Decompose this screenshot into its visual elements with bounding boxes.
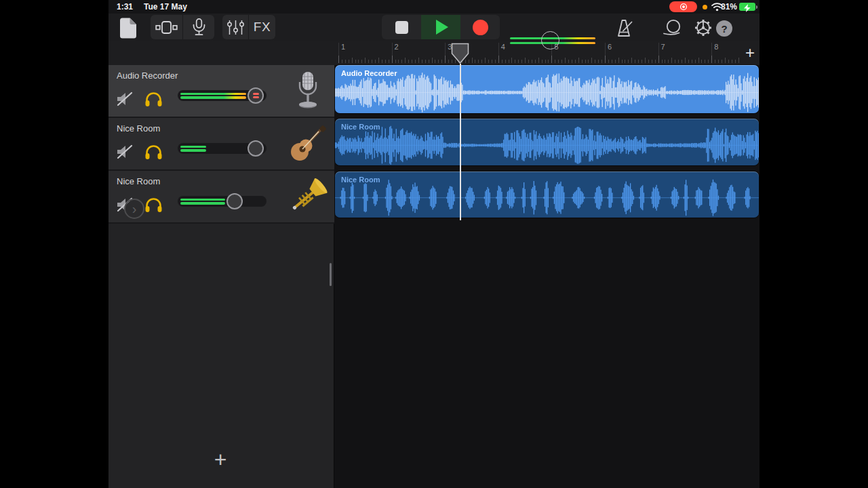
ruler-tick [572, 60, 572, 63]
ruler-tick [725, 58, 726, 63]
region-label: Audio Recorder [341, 69, 397, 77]
ruler-tick [565, 58, 566, 63]
ruler-tick [495, 60, 496, 63]
ruler-tick [528, 60, 529, 63]
track-header-nice-room-trumpet[interactable]: Nice Room › [108, 171, 334, 224]
ruler-tick [548, 60, 549, 63]
bar-number: 8 [714, 43, 718, 51]
microphone-input-icon [193, 18, 205, 36]
ruler-tick [705, 60, 705, 63]
master-volume-knob[interactable] [541, 31, 559, 49]
vertical-scrollbar[interactable] [330, 263, 332, 286]
ruler-add-bars-button[interactable]: + [741, 41, 759, 65]
region-audio-recorder[interactable]: Audio Recorder [335, 65, 759, 113]
track-volume-slider[interactable] [178, 140, 267, 157]
region-nice-room-2[interactable]: Nice Room [335, 171, 759, 218]
instrument-input-button[interactable] [183, 15, 214, 39]
volume-knob[interactable] [226, 193, 243, 209]
ruler-tick [398, 60, 399, 63]
level-meter [180, 96, 246, 99]
my-songs-document-button[interactable] [117, 16, 140, 39]
ruler-tick [622, 60, 623, 63]
track-header-nice-room-guitar[interactable]: Nice Room [108, 118, 334, 171]
level-meter [180, 202, 225, 205]
ruler-tick [481, 60, 482, 63]
ruler-tick [502, 60, 502, 63]
add-track-button[interactable]: + [208, 447, 233, 472]
solo-headphones-button[interactable] [141, 140, 165, 164]
ruler-tick [542, 60, 542, 63]
solo-headphones-button[interactable] [141, 87, 165, 111]
stop-icon [395, 21, 408, 34]
ruler-tick [422, 60, 422, 63]
settings-button[interactable] [691, 16, 715, 39]
play-icon [436, 20, 448, 35]
mute-button[interactable] [113, 87, 137, 111]
ruler-tick [612, 60, 612, 63]
volume-knob[interactable] [248, 87, 264, 104]
track-instrument-icon-well[interactable] [281, 118, 334, 169]
ruler-tick [492, 60, 492, 63]
ruler-tick [511, 58, 512, 63]
play-button[interactable] [421, 15, 460, 39]
track-header-sidebar: Audio Recorder [108, 41, 334, 488]
ruler-tick [568, 60, 569, 63]
mute-button[interactable] [113, 140, 137, 164]
region-nice-room-1[interactable]: Nice Room [335, 119, 759, 165]
ruler-tick [365, 58, 366, 63]
ruler-tick [561, 60, 562, 63]
stop-button[interactable] [382, 15, 421, 39]
ruler-tick [688, 60, 689, 63]
master-volume-slider[interactable] [510, 28, 595, 53]
volume-knob[interactable] [248, 140, 264, 157]
track-header-audio-recorder[interactable]: Audio Recorder [108, 65, 334, 118]
solo-headphones-button[interactable] [141, 192, 165, 217]
tracks-view-button[interactable] [151, 15, 182, 39]
level-meter [180, 146, 206, 148]
ruler-tick [412, 60, 412, 63]
ruler-tick [368, 60, 369, 63]
trumpet-icon [288, 178, 328, 216]
record-button[interactable] [460, 15, 500, 39]
ruler-tick [532, 60, 532, 63]
mixer-fx-group: FX [222, 15, 275, 39]
ruler-tick [382, 60, 382, 63]
playhead-marker[interactable] [451, 43, 469, 64]
waveform [335, 171, 759, 218]
date: Tue 17 May [144, 2, 187, 12]
track-volume-slider[interactable] [178, 193, 267, 209]
ruler-tick [578, 58, 579, 63]
ruler-tick [488, 60, 489, 63]
level-meter [180, 149, 206, 152]
ruler-tick [598, 60, 599, 63]
help-button[interactable]: ? [715, 19, 734, 38]
ruler-tick [701, 60, 702, 63]
track-volume-slider[interactable] [178, 87, 267, 104]
track-controls-button[interactable] [222, 15, 248, 39]
gear-icon [693, 18, 713, 38]
faders-icon [226, 20, 245, 35]
fx-button[interactable]: FX [249, 15, 275, 39]
view-toggle-group [151, 15, 214, 39]
ruler-tick [415, 60, 416, 63]
ruler-tick [518, 60, 519, 63]
ruler-tick [535, 60, 536, 63]
transport-controls [382, 15, 500, 39]
loop-browser-button[interactable] [660, 16, 685, 39]
screen-recording-indicator[interactable] [669, 1, 697, 12]
ruler-tick [585, 60, 586, 63]
metronome-button[interactable] [612, 16, 636, 39]
track-instrument-icon-well[interactable] [281, 171, 334, 222]
ruler-tick [631, 58, 632, 63]
track-instrument-icon-well[interactable] [281, 65, 334, 117]
ruler-tick [692, 60, 692, 63]
ruler-tick [505, 60, 506, 63]
ruler-tick [628, 60, 629, 63]
ruler-tick [608, 60, 609, 63]
ruler-tick [425, 60, 426, 63]
ruler-tick [378, 58, 379, 63]
battery-percent: 81% [721, 2, 737, 12]
region-label: Nice Room [341, 123, 380, 131]
ruler-tick [389, 60, 389, 63]
bar-number: 6 [608, 43, 612, 51]
